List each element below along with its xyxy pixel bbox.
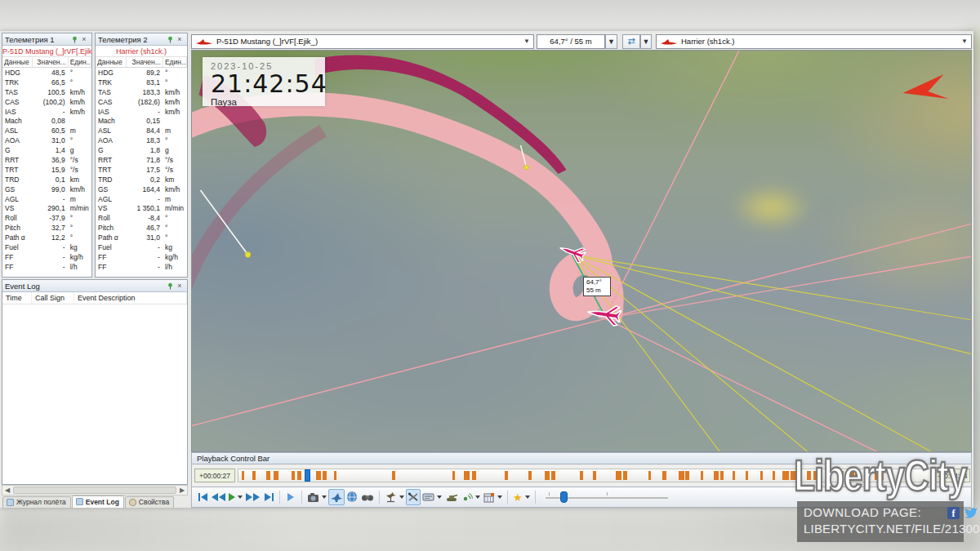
timeline-event-marker[interactable] [662,471,666,480]
time-display: 21:42:54 [211,71,317,97]
tab-properties[interactable]: Свойства [125,496,174,508]
telemetry-param: Path α [96,233,127,242]
timeline-event-marker[interactable] [773,471,775,480]
tab-event-log[interactable]: Event Log [72,495,124,508]
timeline-position-cursor[interactable] [305,469,310,482]
col-callsign[interactable]: Call Sign [32,292,74,304]
close-icon[interactable]: × [175,282,185,291]
col-time[interactable]: Time [2,292,32,304]
timeline-event-marker[interactable] [580,471,583,480]
telemetry-unit: l/h [163,263,187,271]
telemetry-value: 183,3 [127,88,163,96]
scrollbar-thumb[interactable] [13,487,176,494]
timeline-event-marker[interactable] [274,471,278,480]
ground-units-button[interactable] [443,489,460,505]
telemetry-param: G [96,146,127,154]
timeline-event-marker[interactable] [616,471,621,480]
show-aircraft-button[interactable] [328,489,345,505]
telemetry-row: CAS(100,2)km/h [2,97,91,107]
timeline-event-marker[interactable] [297,471,301,480]
close-icon[interactable]: × [79,35,89,44]
social-icons: f [947,507,978,519]
step-forward-button[interactable] [283,489,298,505]
tank-icon [445,492,458,502]
pin-icon[interactable] [165,282,175,291]
download-url[interactable]: LIBERTYCITY.NET/FILE/213002 [804,522,957,535]
secondary-object-selector[interactable]: Harrier (sh1ck.) ▼ [656,34,972,49]
timeline-event-marker[interactable] [714,471,719,480]
timeline-event-marker[interactable] [551,471,555,480]
pin-icon[interactable] [69,35,79,44]
range-display-dropdown[interactable]: ▼ [605,34,617,49]
slider-thumb[interactable] [560,491,568,503]
timeline-event-marker[interactable] [528,471,532,480]
telemetry-view-button[interactable] [359,489,376,505]
measure-tools-button[interactable] [406,489,421,505]
pin-icon[interactable] [165,35,175,44]
play-button[interactable] [227,489,244,505]
scroll-left-icon[interactable]: ◀ [2,487,12,494]
timeline-event-marker[interactable] [685,471,689,480]
twitter-icon[interactable] [964,507,978,519]
telemetry-value: 290,1 [33,204,69,212]
favorites-button[interactable]: ★ [511,489,532,505]
mission-editor-button[interactable] [482,489,504,505]
skip-to-start-button[interactable] [195,489,210,505]
timeline-event-marker[interactable] [505,471,508,480]
event-log-hscrollbar[interactable]: ◀ ▶ [2,485,188,495]
timeline-event-marker[interactable] [452,471,455,480]
timeline-event-marker[interactable] [720,471,724,480]
timeline-event-marker[interactable] [266,471,270,480]
camera-mode-button[interactable] [305,489,328,505]
timeline-event-marker[interactable] [242,471,244,480]
scroll-right-icon[interactable]: ▶ [177,487,187,494]
labels-button[interactable] [421,489,443,505]
telemetry-row: G1,4g [2,145,91,155]
telemetry-param: TAS [2,88,33,96]
timeline-event-marker[interactable] [292,471,295,480]
rewind-button[interactable] [210,489,227,505]
timeline-event-marker[interactable] [472,471,476,480]
telemetry-value: 0,1 [33,176,69,184]
timeline-event-marker[interactable] [464,471,470,480]
object-model-button[interactable] [383,489,406,505]
telemetry-unit: ° [163,78,187,87]
secondary-object-label: Harrier (sh1ck.) [681,37,734,46]
primary-object-selector[interactable]: P-51D Mustang (_]rVF[.Ejik_) ▼ [191,34,534,49]
globe-view-button[interactable] [345,489,359,505]
radio-comms-button[interactable] [460,489,482,505]
timeline-event-marker[interactable] [392,471,395,480]
3d-flight-view[interactable]: 64,7° 55 m 2023-10-25 21:42:54 Пауза [191,50,972,452]
telemetry-row: IAS-km/h [2,107,91,117]
timeline-event-marker[interactable] [334,471,336,480]
telemetry-row: TRD0,1km [2,175,91,184]
timeline-event-marker[interactable] [679,471,684,480]
timeline-event-marker[interactable] [323,471,327,480]
timeline-event-marker[interactable] [746,471,748,480]
col-description[interactable]: Event Description [74,292,187,304]
timeline-event-marker[interactable] [252,471,256,480]
telemetry-unit: km/h [69,98,91,106]
swap-dropdown[interactable]: ▼ [640,34,652,49]
swap-objects-button[interactable]: ⇄ [622,34,640,49]
fast-forward-button[interactable] [244,489,261,505]
telemetry-param: TRT [96,166,127,174]
tab-label: Свойства [139,498,169,506]
timeline-event-marker[interactable] [701,471,703,480]
timeline-event-marker[interactable] [545,471,550,480]
compass-arrow-icon [903,74,949,99]
skip-to-end-button[interactable] [261,489,276,505]
col-value: Значен... [33,57,69,67]
download-label: DOWNLOAD PAGE: [804,505,957,519]
close-icon[interactable]: × [175,35,185,44]
facebook-icon[interactable]: f [947,507,960,519]
timeline-event-marker[interactable] [623,471,627,480]
timeline-event-marker[interactable] [648,471,651,480]
timeline-event-marker[interactable] [733,471,735,480]
timeline-event-marker[interactable] [593,471,596,480]
timeline-event-marker[interactable] [316,471,321,480]
timeline-event-marker[interactable] [760,471,763,480]
speed-slider[interactable] [546,489,668,505]
tab-flight-log[interactable]: Журнал полёта [2,496,71,508]
timeline-event-marker[interactable] [782,471,789,480]
